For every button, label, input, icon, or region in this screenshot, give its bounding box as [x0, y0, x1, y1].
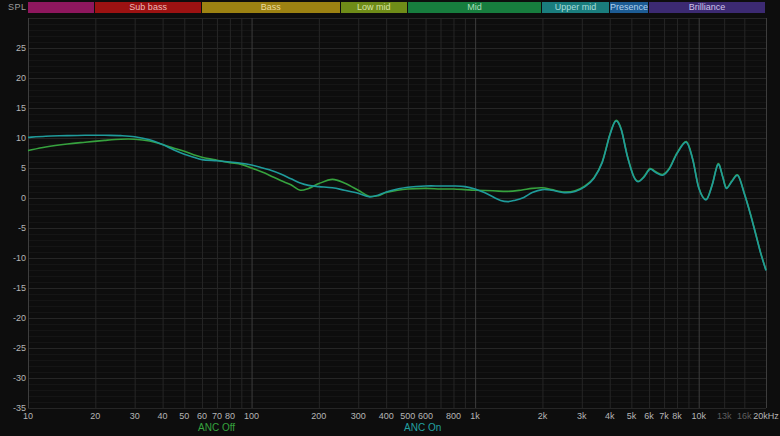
x-tick-label: 60 [197, 411, 207, 421]
x-tick-label: 30 [130, 411, 140, 421]
y-tick-label: 5 [0, 163, 26, 173]
x-tick-label: 400 [379, 411, 394, 421]
anc-on-curve [28, 121, 766, 271]
legend-anc-on[interactable]: ANC On [404, 422, 441, 433]
y-tick-label: 15 [0, 103, 26, 113]
x-tick-label: 6k [644, 411, 654, 421]
x-tick-label: 600 [418, 411, 433, 421]
y-tick-label: -10 [0, 253, 26, 263]
legend-anc-off[interactable]: ANC Off [198, 422, 235, 433]
y-tick-label: -25 [0, 343, 26, 353]
y-tick-label: 0 [0, 193, 26, 203]
x-tick-label: 800 [446, 411, 461, 421]
y-tick-label: 25 [0, 43, 26, 53]
x-tick-label: 3k [577, 411, 587, 421]
y-tick-label: -20 [0, 313, 26, 323]
x-tick-label: 1k [470, 411, 480, 421]
y-tick-label: -5 [0, 223, 26, 233]
x-tick-label: 70 [212, 411, 222, 421]
x-tick-label: 80 [225, 411, 235, 421]
x-tick-label: 300 [351, 411, 366, 421]
x-tick-label: 5k [627, 411, 637, 421]
frequency-response-chart: SPL Sub bassBassLow midMidUpper midPrese… [0, 0, 780, 436]
x-tick-label: 8k [672, 411, 682, 421]
x-tick-label: 40 [158, 411, 168, 421]
x-tick-label: 500 [400, 411, 415, 421]
y-tick-label: 20 [0, 73, 26, 83]
x-tick-label: 4k [605, 411, 615, 421]
y-tick-label: -30 [0, 373, 26, 383]
plot-area [0, 0, 780, 436]
x-tick-label: 2k [538, 411, 548, 421]
x-tick-label: 13k [717, 411, 732, 421]
x-tick-label: 100 [244, 411, 259, 421]
x-tick-label: 10 [23, 411, 33, 421]
x-tick-label: 16k [737, 411, 752, 421]
x-tick-label: 20 [90, 411, 100, 421]
anc-off-curve [28, 120, 766, 270]
y-tick-label: 10 [0, 133, 26, 143]
x-tick-label: 10k [691, 411, 706, 421]
x-tick-label: 50 [179, 411, 189, 421]
y-tick-label: -15 [0, 283, 26, 293]
x-tick-label: 200 [311, 411, 326, 421]
x-tick-label: 7k [659, 411, 669, 421]
x-tick-label: 20kHz [753, 411, 779, 421]
